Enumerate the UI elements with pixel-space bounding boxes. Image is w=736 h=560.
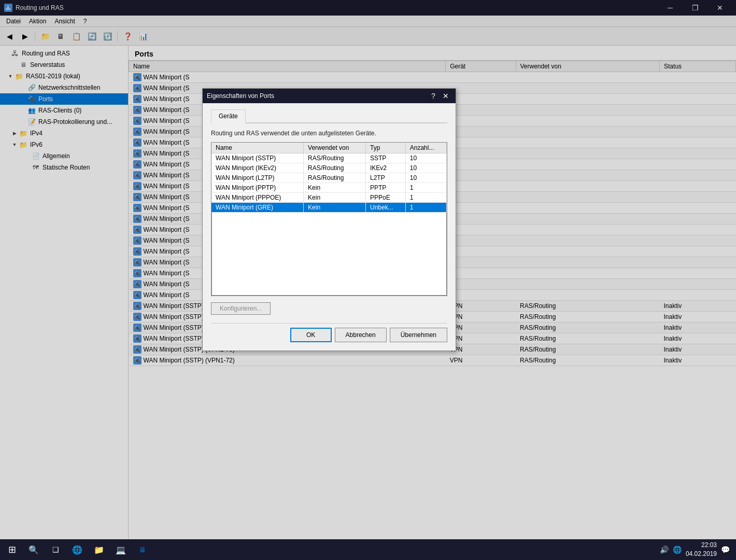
- konfigurieren-button[interactable]: Konfigurieren...: [211, 302, 271, 315]
- start-button[interactable]: ⊞: [2, 540, 22, 559]
- dialog-cell-name: WAN Miniport (GRE): [211, 203, 304, 213]
- dialog-help-button[interactable]: ?: [428, 90, 439, 102]
- dialog-table: Name Verwendet von Typ Anzahl... WAN Min…: [211, 143, 447, 213]
- explorer-button[interactable]: 📁: [89, 540, 109, 559]
- dialog-cell-type: IKEv2: [365, 163, 405, 173]
- properties-dialog: Eigenschaften von Ports ? ✕ Geräte Routi…: [202, 88, 456, 351]
- apply-button[interactable]: Übernehmen: [390, 328, 447, 342]
- dialog-cell-name: WAN Miniport (IKEv2): [211, 163, 304, 173]
- speaker-icon[interactable]: 🔊: [660, 545, 669, 554]
- network-icon[interactable]: 🌐: [673, 545, 682, 554]
- dialog-cell-type: Unbek...: [365, 203, 405, 213]
- dialog-footer: OK Abbrechen Übernehmen: [211, 323, 447, 344]
- tab-geraete[interactable]: Geräte: [211, 109, 246, 123]
- dialog-cell-count: 1: [405, 203, 446, 213]
- dialog-description: Routing und RAS verwendet die unten aufg…: [211, 130, 447, 137]
- app1-button[interactable]: 💻: [111, 540, 131, 559]
- taskview-button[interactable]: ❑: [46, 540, 65, 559]
- dialog-cell-used-by: Kein: [304, 183, 366, 193]
- dialog-table-row[interactable]: WAN Miniport (PPPOE) Kein PPPoE 1: [211, 193, 447, 203]
- system-clock: 22:03 04.02.2019: [686, 541, 717, 558]
- cancel-button[interactable]: Abbrechen: [335, 328, 387, 342]
- dialog-table-row[interactable]: WAN Miniport (IKEv2) RAS/Routing IKEv2 1…: [211, 163, 447, 173]
- dialog-cell-name: WAN Miniport (PPPOE): [211, 193, 304, 203]
- dialog-titlebar: Eigenschaften von Ports ? ✕: [203, 89, 456, 103]
- dialog-col-used-by[interactable]: Verwendet von: [304, 143, 366, 153]
- dialog-col-type[interactable]: Typ: [365, 143, 405, 153]
- app2-button[interactable]: 🖥: [133, 540, 152, 559]
- taskbar-left: ⊞ 🔍 ❑ 🌐 📁 💻 🖥: [2, 540, 152, 559]
- dialog-titlebar-controls: ? ✕: [428, 90, 451, 102]
- dialog-empty-area: [211, 213, 447, 296]
- dialog-cell-used-by: RAS/Routing: [304, 163, 366, 173]
- dialog-cell-used-by: Kein: [304, 193, 366, 203]
- dialog-cell-type: PPTP: [365, 183, 405, 193]
- dialog-table-body: WAN Miniport (SSTP) RAS/Routing SSTP 10 …: [211, 153, 447, 213]
- dialog-col-count[interactable]: Anzahl...: [405, 143, 446, 153]
- dialog-col-name[interactable]: Name: [211, 143, 304, 153]
- dialog-overlay: Eigenschaften von Ports ? ✕ Geräte Routi…: [0, 0, 736, 539]
- clock-date: 04.02.2019: [686, 550, 717, 558]
- dialog-cell-type: SSTP: [365, 153, 405, 163]
- clock-time: 22:03: [686, 541, 717, 550]
- taskbar-right: 🔊 🌐 22:03 04.02.2019 💬: [660, 541, 734, 558]
- dialog-tabs: Geräte: [211, 109, 447, 123]
- dialog-body: Geräte Routing und RAS verwendet die unt…: [203, 103, 456, 351]
- dialog-cell-name: WAN Miniport (SSTP): [211, 153, 304, 163]
- search-button[interactable]: 🔍: [24, 540, 44, 559]
- dialog-cell-count: 10: [405, 153, 446, 163]
- dialog-cell-name: WAN Miniport (L2TP): [211, 173, 304, 183]
- dialog-cell-count: 10: [405, 163, 446, 173]
- dialog-table-wrapper: Name Verwendet von Typ Anzahl... WAN Min…: [211, 142, 447, 296]
- dialog-cell-name: WAN Miniport (PPTP): [211, 183, 304, 193]
- dialog-cell-count: 10: [405, 173, 446, 183]
- dialog-table-row[interactable]: WAN Miniport (GRE) Kein Unbek... 1: [211, 203, 447, 213]
- notification-icon[interactable]: 💬: [721, 545, 730, 554]
- dialog-table-header: Name Verwendet von Typ Anzahl...: [211, 143, 447, 153]
- konfigurieren-wrapper: Konfigurieren...: [211, 302, 447, 323]
- dialog-table-row[interactable]: WAN Miniport (PPTP) Kein PPTP 1: [211, 183, 447, 193]
- dialog-cell-used-by: RAS/Routing: [304, 173, 366, 183]
- dialog-cell-count: 1: [405, 183, 446, 193]
- dialog-cell-used-by: RAS/Routing: [304, 153, 366, 163]
- dialog-close-button[interactable]: ✕: [440, 90, 451, 102]
- dialog-table-row[interactable]: WAN Miniport (L2TP) RAS/Routing L2TP 10: [211, 173, 447, 183]
- taskbar: ⊞ 🔍 ❑ 🌐 📁 💻 🖥 🔊 🌐 22:03 04.02.2019 💬: [0, 539, 736, 560]
- dialog-title: Eigenschaften von Ports: [207, 92, 274, 100]
- dialog-table-row[interactable]: WAN Miniport (SSTP) RAS/Routing SSTP 10: [211, 153, 447, 163]
- dialog-cell-used-by: Kein: [304, 203, 366, 213]
- dialog-cell-count: 1: [405, 193, 446, 203]
- dialog-cell-type: PPPoE: [365, 193, 405, 203]
- dialog-cell-type: L2TP: [365, 173, 405, 183]
- ie-button[interactable]: 🌐: [67, 540, 87, 559]
- ok-button[interactable]: OK: [290, 328, 332, 342]
